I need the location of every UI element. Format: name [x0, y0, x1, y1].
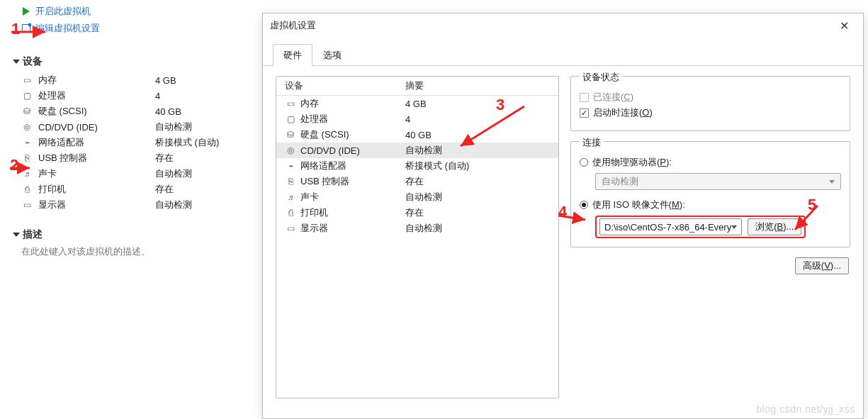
advanced-button[interactable]: 高级(V)... — [795, 257, 849, 274]
list-item[interactable]: 硬盘 (SCSI)40 GB — [21, 104, 262, 119]
chevron-down-icon — [731, 225, 737, 229]
checkbox-icon — [580, 93, 589, 102]
device-value: 存在 — [155, 183, 174, 196]
device-name: 处理器 — [38, 89, 155, 102]
device-name: 显示器 — [300, 222, 405, 235]
device-icon — [21, 200, 33, 210]
edit-settings-label: 编辑虚拟机设置 — [35, 22, 100, 35]
use-iso-radio[interactable]: 使用 ISO 映像文件(M): — [580, 199, 841, 211]
device-summary-list: 内存4 GB处理器4硬盘 (SCSI)40 GBCD/DVD (IDE)自动检测… — [21, 72, 262, 213]
list-item[interactable]: CD/DVD (IDE)自动检测 — [21, 119, 262, 135]
device-status-group: 设备状态 已连接(C) ✓ 启动时连接(O) — [570, 76, 850, 131]
device-icon — [21, 153, 33, 163]
list-item[interactable]: 显示器自动检测 — [21, 197, 262, 213]
table-row[interactable]: CD/DVD (IDE)自动检测 — [276, 143, 558, 158]
physical-drive-value: 自动检测 — [602, 175, 638, 188]
annotation-highlight: D:\iso\CentOS-7-x86_64-Every 浏览(B)... — [595, 216, 806, 238]
list-item[interactable]: 打印机存在 — [21, 181, 262, 197]
device-icon — [285, 130, 296, 140]
device-summary: 4 GB — [405, 99, 427, 109]
edit-icon — [21, 24, 31, 33]
browse-button[interactable]: 浏览(B)... — [748, 218, 801, 235]
list-item[interactable]: USB 控制器存在 — [21, 150, 262, 166]
chevron-down-icon — [13, 60, 20, 64]
device-name: 网络适配器 — [300, 160, 405, 172]
device-summary: 4 — [405, 114, 410, 125]
dialog-titlebar: 虚拟机设置 ✕ — [263, 13, 863, 38]
device-name: 硬盘 (SCSI) — [300, 128, 405, 141]
device-value: 自动检测 — [155, 121, 192, 133]
list-item[interactable]: 网络适配器桥接模式 (自动) — [21, 135, 262, 150]
device-detail-pane: 设备状态 已连接(C) ✓ 启动时连接(O) — [570, 76, 850, 398]
device-name: 硬盘 (SCSI) — [38, 105, 155, 118]
device-value: 桥接模式 (自动) — [155, 136, 219, 149]
physical-drive-select: 自动检测 — [595, 173, 841, 190]
connected-checkbox: 已连接(C) — [580, 91, 841, 104]
connect-at-poweron-checkbox[interactable]: ✓ 启动时连接(O) — [580, 106, 841, 119]
tab-strip: 硬件 选项 — [263, 43, 863, 66]
checkbox-checked-icon: ✓ — [580, 108, 589, 118]
device-summary: 自动检测 — [405, 191, 442, 203]
play-icon — [21, 7, 31, 16]
device-icon — [21, 169, 33, 178]
hardware-device-table: 设备 摘要 内存4 GB处理器4硬盘 (SCSI)40 GBCD/DVD (ID… — [276, 76, 559, 398]
description-section-header[interactable]: 描述 — [13, 228, 262, 241]
tab-hardware[interactable]: 硬件 — [273, 44, 312, 66]
device-value: 自动检测 — [155, 167, 192, 180]
description-placeholder[interactable]: 在此处键入对该虚拟机的描述。 — [21, 245, 262, 258]
device-icon — [285, 177, 296, 186]
table-row[interactable]: 网络适配器桥接模式 (自动) — [276, 158, 558, 174]
radio-checked-icon — [580, 201, 588, 209]
device-summary: 40 GB — [405, 130, 432, 140]
list-item[interactable]: 声卡自动检测 — [21, 166, 262, 181]
left-summary-panel: 开启此虚拟机 编辑虚拟机设置 设备 内存4 GB处理器4硬盘 (SCSI)40 … — [0, 0, 262, 419]
device-value: 自动检测 — [155, 199, 192, 211]
device-summary: 自动检测 — [405, 144, 442, 157]
device-icon — [21, 122, 33, 132]
table-row[interactable]: 处理器4 — [276, 111, 558, 127]
chevron-down-icon — [13, 233, 20, 237]
device-name: 声卡 — [300, 191, 405, 203]
col-device: 设备 — [285, 79, 405, 92]
device-name: 显示器 — [38, 199, 155, 211]
device-name: 内存 — [300, 97, 405, 110]
table-row[interactable]: 硬盘 (SCSI)40 GB — [276, 127, 558, 143]
device-name: USB 控制器 — [38, 152, 155, 164]
table-row[interactable]: USB 控制器存在 — [276, 174, 558, 189]
device-icon — [285, 145, 296, 155]
connection-legend: 连接 — [580, 136, 604, 149]
device-name: 处理器 — [300, 113, 405, 125]
table-row[interactable]: 声卡自动检测 — [276, 189, 558, 205]
device-value: 4 GB — [155, 75, 176, 86]
device-name: CD/DVD (IDE) — [38, 122, 155, 133]
tab-options[interactable]: 选项 — [312, 44, 352, 66]
connection-group: 连接 使用物理驱动器(P): 自动检测 — [570, 141, 850, 247]
list-item[interactable]: 处理器4 — [21, 88, 262, 104]
device-summary: 自动检测 — [405, 222, 442, 235]
devices-section-header[interactable]: 设备 — [13, 55, 262, 68]
power-on-vm-link[interactable]: 开启此虚拟机 — [21, 3, 262, 20]
device-summary: 存在 — [405, 206, 424, 219]
radio-unchecked-icon — [580, 158, 588, 167]
edit-vm-settings-link[interactable]: 编辑虚拟机设置 — [21, 20, 262, 37]
device-summary: 存在 — [405, 175, 424, 188]
device-icon — [21, 106, 33, 116]
device-name: USB 控制器 — [300, 175, 405, 188]
device-name: 打印机 — [300, 206, 405, 219]
dialog-close-button[interactable]: ✕ — [832, 17, 856, 34]
table-row[interactable]: 打印机存在 — [276, 205, 558, 220]
iso-path-input[interactable]: D:\iso\CentOS-7-x86_64-Every — [599, 218, 742, 235]
device-name: 打印机 — [38, 183, 155, 196]
vm-settings-dialog: 虚拟机设置 ✕ 硬件 选项 设备 摘要 内存4 GB处理器4硬盘 (SCSI)4… — [262, 13, 864, 419]
table-row[interactable]: 内存4 GB — [276, 96, 558, 111]
table-row[interactable]: 显示器自动检测 — [276, 220, 558, 236]
device-icon — [285, 208, 296, 218]
list-item[interactable]: 内存4 GB — [21, 72, 262, 88]
use-physical-drive-radio[interactable]: 使用物理驱动器(P): — [580, 156, 841, 169]
device-value: 4 — [155, 91, 160, 101]
close-icon: ✕ — [840, 19, 849, 33]
device-name: 声卡 — [38, 167, 155, 180]
device-name: 网络适配器 — [38, 136, 155, 149]
device-name: 内存 — [38, 74, 155, 86]
col-summary: 摘要 — [405, 79, 424, 92]
